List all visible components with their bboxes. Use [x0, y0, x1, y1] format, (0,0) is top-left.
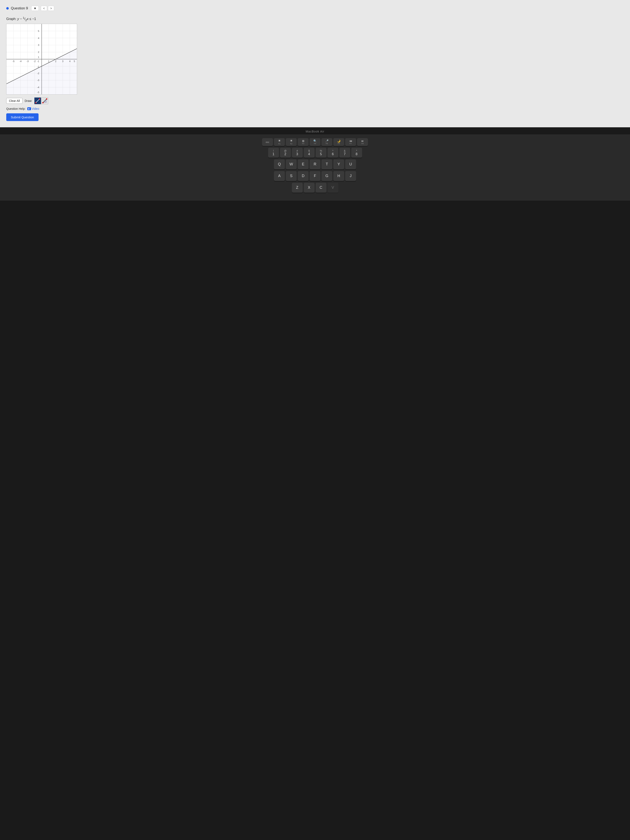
key-x[interactable]: X: [304, 183, 314, 193]
question-dot: [6, 7, 9, 9]
z-key-row: Z X C V: [2, 183, 628, 193]
svg-text:1: 1: [38, 56, 39, 58]
svg-text:-2: -2: [37, 72, 39, 74]
key-g[interactable]: G: [322, 171, 332, 181]
key-f[interactable]: F: [309, 171, 321, 181]
key-u[interactable]: U: [345, 159, 356, 169]
macbook-label: MacBook Air: [0, 127, 630, 134]
key-d[interactable]: D: [298, 171, 308, 181]
key-4[interactable]: $ 4: [304, 148, 314, 158]
video-link[interactable]: ▶ Video: [27, 107, 39, 111]
num-key-row: ! 1 @ 2 # 3 $ 4 % 5 ^ 6 & 7 * 8: [2, 148, 628, 158]
svg-text:-1: -1: [37, 60, 39, 62]
keyboard-area: esc ☀ F1 ☀ F2 ⊞ F3 🔍 F4 🎤 F5 🌙 F6 ⏮ F7: [0, 134, 630, 201]
key-t[interactable]: T: [322, 159, 332, 169]
question-dropdown[interactable]: ▼: [31, 6, 39, 11]
key-6[interactable]: ^ 6: [327, 148, 338, 158]
prev-question-button[interactable]: <: [41, 6, 47, 11]
svg-text:2: 2: [55, 60, 57, 62]
question-help: Question Help: ▶ Video: [6, 107, 624, 111]
key-3[interactable]: # 3: [292, 148, 303, 158]
key-s[interactable]: S: [286, 171, 297, 181]
svg-text:-1: -1: [37, 65, 39, 68]
svg-text:5: 5: [74, 60, 75, 62]
video-label: Video: [32, 107, 39, 111]
question-nav: Question 9 ▼ < >: [6, 4, 624, 13]
svg-text:-5: -5: [37, 91, 39, 93]
key-a[interactable]: A: [274, 171, 285, 181]
key-5[interactable]: % 5: [316, 148, 327, 158]
fn-key-row: esc ☀ F1 ☀ F2 ⊞ F3 🔍 F4 🎤 F5 🌙 F6 ⏮ F7: [2, 138, 628, 146]
key-z[interactable]: Z: [292, 183, 303, 193]
q-key-row: Q W E R T Y U: [2, 159, 628, 169]
svg-text:-4: -4: [20, 60, 22, 62]
key-j[interactable]: J: [345, 171, 356, 181]
svg-point-46: [37, 100, 38, 101]
key-f2[interactable]: ☀ F2: [286, 138, 297, 146]
help-label: Question Help:: [6, 107, 25, 111]
key-r[interactable]: R: [309, 159, 321, 169]
controls-row: Clear All Draw:: [6, 98, 624, 104]
svg-text:-3: -3: [37, 79, 39, 82]
draw-tool-region[interactable]: [41, 98, 48, 104]
nav-arrows: < >: [41, 6, 54, 11]
key-8[interactable]: * 8: [351, 148, 362, 158]
key-f4[interactable]: 🔍 F4: [309, 138, 321, 146]
key-c[interactable]: C: [316, 183, 327, 193]
svg-text:-3: -3: [27, 60, 29, 62]
key-q[interactable]: Q: [274, 159, 285, 169]
svg-text:-2: -2: [33, 60, 36, 62]
key-2[interactable]: @ 2: [280, 148, 291, 158]
key-y[interactable]: Y: [333, 159, 344, 169]
graph-svg: -5 -4 -3 -2 -1 1 2 3 4 5 5 4 3 2 1 -1 -2…: [6, 24, 77, 95]
svg-text:4: 4: [38, 37, 39, 39]
svg-text:3: 3: [38, 44, 39, 46]
key-f7[interactable]: ⏮ F7: [345, 138, 356, 146]
key-1[interactable]: ! 1: [268, 148, 279, 158]
key-h[interactable]: H: [333, 171, 344, 181]
graph-instruction: Graph: y − 1/2x ≤ −1: [6, 16, 624, 22]
key-e[interactable]: E: [298, 159, 308, 169]
svg-text:2: 2: [38, 51, 39, 53]
key-f6[interactable]: 🌙 F6: [333, 138, 344, 146]
svg-text:-5: -5: [13, 60, 14, 62]
graph-container[interactable]: -5 -4 -3 -2 -1 1 2 3 4 5 5 4 3 2 1 -1 -2…: [6, 24, 77, 95]
screen-area: Question 9 ▼ < > Graph: y − 1/2x ≤ −1: [0, 0, 630, 127]
svg-text:1: 1: [48, 60, 49, 62]
svg-text:-4: -4: [37, 86, 39, 88]
next-question-button[interactable]: >: [48, 6, 54, 11]
draw-tools: [35, 98, 48, 104]
svg-text:4: 4: [69, 60, 70, 62]
question-title: Question 9: [11, 6, 28, 10]
key-f8[interactable]: ⏯ F8: [357, 138, 368, 146]
key-7[interactable]: & 7: [339, 148, 350, 158]
clear-all-button[interactable]: Clear All: [6, 98, 22, 104]
svg-text:5: 5: [38, 30, 39, 32]
video-icon: ▶: [27, 107, 31, 110]
key-f5[interactable]: 🎤 F5: [322, 138, 332, 146]
svg-text:3: 3: [62, 60, 63, 62]
key-f1[interactable]: ☀ F1: [274, 138, 285, 146]
key-v[interactable]: V: [327, 183, 338, 193]
a-key-row: A S D F G H J: [2, 171, 628, 181]
draw-label: Draw:: [25, 99, 32, 103]
submit-question-button[interactable]: Submit Question: [6, 113, 38, 121]
key-esc[interactable]: esc: [262, 138, 273, 146]
draw-tool-line[interactable]: [35, 98, 41, 104]
key-f3[interactable]: ⊞ F3: [298, 138, 308, 146]
key-w[interactable]: W: [286, 159, 297, 169]
